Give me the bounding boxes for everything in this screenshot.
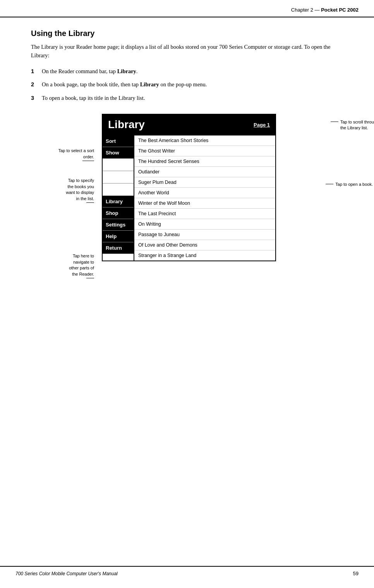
step-1-number: 1 xyxy=(31,67,42,75)
section-title: Using the Library xyxy=(31,29,343,38)
callout-book: Tap to open a book. xyxy=(326,182,373,187)
nav-show[interactable]: Show xyxy=(103,147,134,159)
book-item[interactable]: The Hundred Secret Senses xyxy=(134,156,275,167)
step-2-number: 2 xyxy=(31,80,42,89)
nav-shop[interactable]: Shop xyxy=(103,207,134,219)
nav-blank-2 xyxy=(103,171,134,183)
step-2: 2 On a book page, tap the book title, th… xyxy=(31,80,343,89)
main-content: Using the Library The Library is your Re… xyxy=(0,17,374,285)
step-1: 1 On the Reader command bar, tap Library… xyxy=(31,67,343,75)
step-1-text: On the Reader command bar, tap Library. xyxy=(42,67,343,75)
library-body: Sort Show Library Shop Settings Help Ret… xyxy=(103,135,275,261)
nav-blank-3 xyxy=(103,183,134,196)
header-text: Chapter 2 — Pocket PC 2002 xyxy=(291,7,359,13)
header-chapter: Chapter 2 — xyxy=(291,7,321,13)
diagram-wrapper: Tap to select a sort order. Tap to speci… xyxy=(51,114,323,261)
step-3-number: 3 xyxy=(31,94,42,102)
library-ui: Library Page 1 Sort Show Library Shop Se… xyxy=(102,114,276,261)
header-title: Pocket PC 2002 xyxy=(321,7,359,13)
callout-sort: Tap to select a sort order. xyxy=(51,148,94,161)
footer-left: 700 Series Color Mobile Computer User's … xyxy=(15,571,118,576)
book-item[interactable]: Passage to Juneau xyxy=(134,230,275,240)
book-item[interactable]: The Ghost Writer xyxy=(134,146,275,156)
nav-sort[interactable]: Sort xyxy=(103,135,134,147)
callout-show: Tap to specifythe books youwant to displ… xyxy=(51,178,94,203)
diagram-container: Tap to select a sort order. Tap to speci… xyxy=(31,114,343,261)
library-title: Library xyxy=(108,118,145,131)
book-item[interactable]: Stranger in a Strange Land xyxy=(134,250,275,261)
book-item[interactable]: The Last Precinct xyxy=(134,209,275,219)
steps-list: 1 On the Reader command bar, tap Library… xyxy=(31,67,343,102)
library-page-link[interactable]: Page 1 xyxy=(254,122,270,128)
section-intro: The Library is your Reader home page; it… xyxy=(31,43,343,60)
nav-settings[interactable]: Settings xyxy=(103,219,134,231)
step-3: 3 To open a book, tap its title in the L… xyxy=(31,94,343,102)
library-header: Library Page 1 xyxy=(103,115,275,135)
book-item[interactable]: Another World xyxy=(134,188,275,198)
nav-library[interactable]: Library xyxy=(103,196,134,207)
step-3-text: To open a book, tap its title in the Lib… xyxy=(42,94,343,102)
library-nav: Sort Show Library Shop Settings Help Ret… xyxy=(103,135,134,261)
book-item[interactable]: Winter of the Wolf Moon xyxy=(134,198,275,209)
book-item[interactable]: Suger Plum Dead xyxy=(134,177,275,188)
nav-blank-1 xyxy=(103,159,134,171)
page-footer: 700 Series Color Mobile Computer User's … xyxy=(0,566,374,576)
book-item[interactable]: On Writing xyxy=(134,219,275,230)
book-item[interactable]: Of Love and Other Demons xyxy=(134,240,275,250)
callout-nav: Tap here tonavigate toother parts ofthe … xyxy=(51,253,94,278)
step-2-text: On a book page, tap the book title, then… xyxy=(42,80,343,89)
nav-return[interactable]: Return xyxy=(103,242,134,254)
page-header: Chapter 2 — Pocket PC 2002 xyxy=(0,0,374,17)
callout-page: Tap to scroll throughthe Library list. xyxy=(331,119,374,131)
book-item[interactable]: Outlander xyxy=(134,167,275,177)
book-list: The Best American Short Stories The Ghos… xyxy=(134,135,275,261)
footer-right: 59 xyxy=(353,571,359,576)
nav-help[interactable]: Help xyxy=(103,231,134,242)
book-item[interactable]: The Best American Short Stories xyxy=(134,135,275,146)
